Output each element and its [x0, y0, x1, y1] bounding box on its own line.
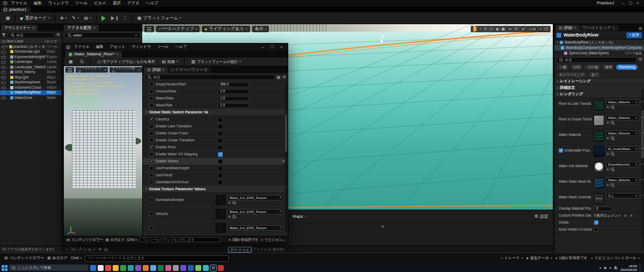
- outliner-row[interactable]: LandscapeLands: [0, 60, 62, 65]
- material-combo[interactable]: Water_Materia: [606, 115, 639, 120]
- filter-chip-rendering[interactable]: Rendering: [616, 65, 638, 70]
- use-asset-icon[interactable]: [228, 215, 231, 219]
- save-all-button[interactable]: [3, 15, 13, 22]
- component-tree-root[interactable]: WaterBodyRiver (インスタンス): [554, 40, 644, 45]
- material-thumbnail[interactable]: [594, 162, 604, 173]
- switch-value-checkbox[interactable]: [218, 145, 223, 150]
- ime-indicator[interactable]: あ: [614, 266, 618, 270]
- column-type[interactable]: タイプ: [46, 39, 60, 43]
- skip-frame-button[interactable]: [108, 15, 120, 22]
- taskbar-unreal-icon[interactable]: U: [210, 265, 216, 271]
- override-checkbox[interactable]: [149, 152, 153, 156]
- outliner-row[interactable]: VolumetricCloudVolum: [0, 85, 62, 90]
- material-thumbnail[interactable]: [594, 99, 604, 110]
- texture-thumbnail[interactable]: [216, 195, 225, 205]
- close-icon[interactable]: [116, 52, 118, 57]
- material-details-search-input[interactable]: [153, 75, 272, 79]
- outliner-settings-icon[interactable]: [56, 32, 60, 37]
- component-tree-waterbody[interactable]: WaterBodyComponent (WaterBodyRiverCompon…: [554, 45, 644, 51]
- section-advanced[interactable]: 詳細設定: [554, 85, 644, 91]
- revision-control-button[interactable]: リビジョンコントロール: [591, 256, 640, 260]
- derived-data-dropdown[interactable]: 派生データ: [526, 256, 552, 260]
- switch-value-checkbox[interactable]: [218, 180, 223, 185]
- add-component-button[interactable]: 追加: [626, 32, 642, 38]
- collections-label[interactable]: コレクション: [70, 247, 96, 252]
- scalar-value-input[interactable]: 1.0: [218, 103, 249, 108]
- search-collections-icon[interactable]: [104, 248, 108, 252]
- switch-value-checkbox[interactable]: [218, 117, 223, 122]
- material-asset-tab[interactable]: Water_Material_River*: [65, 51, 122, 58]
- details-settings-icon[interactable]: [282, 75, 286, 80]
- view-options-icon[interactable]: [276, 75, 281, 80]
- outliner-column-header[interactable]: Item Label タイプ: [0, 39, 62, 44]
- taskbar-app-icon[interactable]: [195, 265, 201, 271]
- scalar-value-input[interactable]: 256.0: [218, 82, 249, 87]
- delete-elements-icon[interactable]: [630, 214, 633, 218]
- rotate-tool-icon[interactable]: [484, 27, 487, 31]
- texture-group-header[interactable]: Global Texture Parameter Values: [143, 186, 288, 193]
- override-checkbox[interactable]: [149, 226, 153, 230]
- use-asset-icon[interactable]: [606, 105, 610, 109]
- output-log-button[interactable]: 出力ログ: [47, 256, 68, 260]
- blueprint-dropdown[interactable]: [69, 15, 81, 22]
- world-settings-tab[interactable]: ワールドセッティ...: [579, 25, 619, 31]
- material-combo[interactable]: M_UnderWater: [606, 146, 639, 152]
- close-icon[interactable]: [93, 26, 96, 31]
- underwater-checkbox[interactable]: [559, 148, 563, 153]
- show-inactive-toggle[interactable]: 非アクティブでないものを表示: [94, 59, 158, 65]
- close-icon[interactable]: [32, 26, 34, 31]
- material-thumbnail[interactable]: [594, 146, 604, 157]
- component-tree-spline[interactable]: SplineComp (WaterSpline) C++で編集: [554, 51, 644, 56]
- use-asset-icon[interactable]: [606, 121, 610, 125]
- switch-value-checkbox[interactable]: [218, 131, 223, 136]
- material-combo[interactable]: Water_Materia: [606, 177, 639, 183]
- browse-icon[interactable]: [232, 201, 236, 205]
- outliner-search-input[interactable]: [16, 33, 52, 37]
- material-combo[interactable]: Water_Materia: [606, 131, 639, 136]
- filter-chip[interactable]: 物理: [602, 65, 614, 70]
- material-combo[interactable]: DrawWaterInfo: [606, 162, 639, 167]
- place-actors-search[interactable]: [64, 32, 141, 38]
- viewport-perspective-dropdown[interactable]: パースペクティブ: [156, 26, 200, 32]
- browse-icon[interactable]: [611, 105, 614, 109]
- material-combo[interactable]: Water_Materia: [606, 99, 639, 105]
- menu-actor[interactable]: アクタ: [124, 1, 143, 6]
- output-log-button[interactable]: 出力ログ: [106, 238, 125, 241]
- mesh-combo[interactable]: なし: [606, 193, 639, 198]
- override-checkbox[interactable]: [149, 180, 153, 184]
- tray-expand-icon[interactable]: [599, 266, 601, 270]
- details-scrollbar[interactable]: [641, 89, 643, 250]
- use-asset-icon[interactable]: [606, 168, 610, 171]
- menu-edit[interactable]: 編集: [93, 45, 106, 49]
- play-button[interactable]: [99, 15, 108, 22]
- console-input[interactable]: コンソールコマンドを入力します: [140, 237, 220, 242]
- override-checkbox[interactable]: [149, 124, 153, 128]
- outliner-row[interactable]: practice1 (エディタ)ワール: [0, 44, 62, 49]
- material-details-scrollbar[interactable]: [285, 82, 287, 233]
- scalar-value-input[interactable]: 1.0: [218, 89, 249, 94]
- taskbar-app-icon[interactable]: [150, 265, 156, 271]
- switch-value-checkbox[interactable]: [218, 159, 223, 164]
- browse-icon[interactable]: [611, 183, 614, 187]
- overlap-priority-input[interactable]: 0: [594, 206, 612, 211]
- override-checkbox[interactable]: [149, 138, 153, 142]
- override-checkbox[interactable]: [149, 82, 153, 87]
- override-checkbox[interactable]: [149, 145, 153, 149]
- switch-value-checkbox[interactable]: [218, 138, 223, 143]
- window-close-button[interactable]: [634, 1, 641, 5]
- details-tab[interactable]: 詳細: [144, 67, 167, 73]
- override-checkbox[interactable]: [149, 131, 153, 135]
- details-filter-settings-icon[interactable]: [639, 57, 642, 62]
- taskbar-app-icon[interactable]: [113, 265, 119, 271]
- material-window-titlebar[interactable]: U ファイル 編集 アセット ウィンドウ ツール ヘルプ: [64, 44, 288, 51]
- texture-thumbnail[interactable]: [216, 209, 225, 219]
- mesh-thumbnail[interactable]: None: [594, 193, 604, 204]
- override-checkbox[interactable]: [149, 212, 153, 216]
- play-options-button[interactable]: [120, 15, 130, 22]
- panel-settings-icon[interactable]: [639, 26, 642, 31]
- cpp-classes-filter[interactable]: C++ クラス: [228, 247, 252, 253]
- content-drawer-button[interactable]: コンテンツドロワー: [4, 256, 44, 260]
- camera-speed-value[interactable]: 4: [539, 27, 543, 31]
- collections-expand-icon[interactable]: [66, 247, 68, 252]
- menu-file[interactable]: ファイル: [71, 45, 92, 49]
